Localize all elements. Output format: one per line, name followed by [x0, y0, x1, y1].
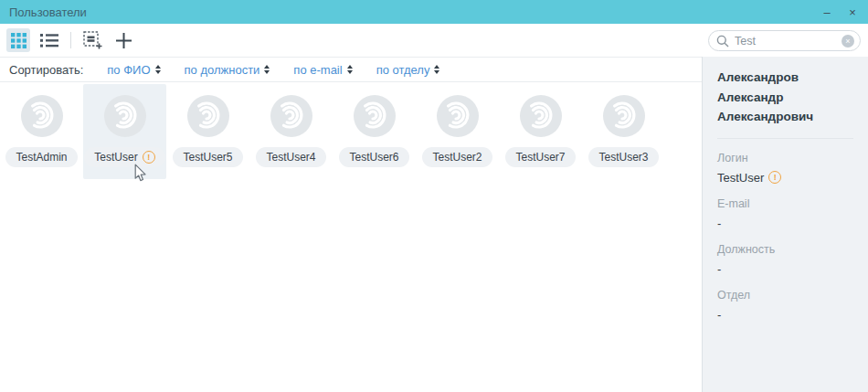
user-name: TestUser7 [515, 151, 565, 164]
user-tile[interactable]: TestUser4 [249, 84, 333, 179]
detail-field: Отдел - [717, 289, 853, 322]
sort-option-label: по должности [185, 63, 260, 77]
user-name: TestAdmin [16, 151, 67, 164]
user-name-pill: TestUser ! [84, 147, 164, 167]
sort-option-label: по ФИО [107, 63, 150, 77]
sort-arrows-icon [155, 65, 161, 74]
list-view-icon [40, 33, 58, 48]
grid-view-button[interactable] [6, 28, 30, 52]
detail-field: E-mail - [717, 197, 853, 230]
add-group-button[interactable] [80, 28, 104, 52]
sort-option[interactable]: по должности [185, 63, 270, 77]
toolbar: × [0, 24, 868, 57]
user-tile[interactable]: TestUser ! [83, 84, 166, 179]
user-name-pill: TestUser4 [256, 147, 325, 167]
detail-field-label: E-mail [717, 197, 853, 210]
sort-arrows-icon [264, 65, 270, 74]
user-grid: TestAdmin Te [0, 82, 702, 179]
user-avatar-icon [354, 95, 396, 137]
user-tile[interactable]: TestUser3 [582, 84, 665, 179]
user-avatar-icon [437, 95, 479, 137]
detail-field-label: Логин [717, 152, 853, 164]
user-name: TestUser2 [432, 151, 482, 164]
user-tile[interactable]: TestAdmin [0, 84, 83, 179]
user-name-pill: TestUser7 [505, 147, 575, 167]
user-tile[interactable]: TestUser5 [166, 84, 249, 179]
user-name-pill: TestAdmin [5, 147, 77, 167]
add-user-button[interactable] [111, 28, 135, 52]
sort-label: Сортировать: [9, 63, 83, 77]
sort-option[interactable]: по отделу [376, 63, 440, 77]
magnifier-icon [716, 35, 729, 48]
search-input[interactable] [735, 35, 842, 48]
user-name: TestUser [94, 151, 137, 164]
sort-option-label: по e-mail [293, 63, 342, 77]
user-name: TestUser4 [266, 151, 315, 164]
user-name: TestUser5 [183, 151, 232, 164]
user-avatar-icon [21, 95, 63, 137]
user-avatar-icon [187, 95, 229, 137]
user-avatar-icon [603, 95, 645, 137]
detail-field-label: Должность [717, 243, 853, 256]
selected-user-full-name: Александров Александр Александрович [717, 68, 853, 127]
user-tile[interactable]: TestUser7 [499, 84, 582, 179]
grid-view-icon [11, 33, 26, 48]
details-sidebar: Александров Александр Александрович Логи… [702, 57, 868, 392]
detail-field-label: Отдел [717, 289, 853, 302]
window-title: Пользователи [9, 5, 87, 19]
sort-bar: Сортировать: по ФИО по должности по e-ma… [0, 57, 702, 82]
list-view-button[interactable] [37, 28, 61, 52]
window-controls: – × [820, 6, 859, 18]
search-box: × [708, 30, 861, 51]
minimize-icon[interactable]: – [820, 6, 833, 18]
user-name: TestUser6 [349, 151, 398, 164]
warning-icon: ! [768, 171, 781, 184]
close-icon[interactable]: × [846, 6, 859, 18]
detail-field: Логин TestUser ! [717, 152, 853, 185]
detail-field-value: - [717, 308, 853, 322]
add-group-icon [83, 31, 102, 49]
warning-icon: ! [143, 151, 155, 164]
detail-field-value: - [717, 217, 853, 230]
detail-field: Должность - [717, 243, 853, 276]
user-tile[interactable]: TestUser2 [416, 84, 499, 179]
clear-search-icon[interactable]: × [842, 35, 854, 48]
user-name-pill: TestUser6 [339, 147, 408, 167]
user-name-pill: TestUser2 [422, 147, 492, 167]
plus-icon [115, 32, 132, 49]
user-name-pill: TestUser3 [588, 147, 658, 167]
user-avatar-icon [520, 95, 562, 137]
titlebar: Пользователи – × [0, 0, 868, 24]
toolbar-divider [70, 32, 71, 48]
user-name-pill: TestUser5 [173, 147, 242, 167]
main-panel: Сортировать: по ФИО по должности по e-ma… [0, 57, 702, 392]
sort-arrows-icon [347, 65, 353, 74]
sort-option[interactable]: по e-mail [293, 63, 352, 77]
sidebar-divider [717, 138, 853, 139]
content-area: Сортировать: по ФИО по должности по e-ma… [0, 57, 868, 392]
user-avatar-icon [270, 95, 312, 137]
sort-option[interactable]: по ФИО [107, 63, 160, 77]
sort-arrows-icon [434, 65, 439, 74]
detail-field-value: - [717, 262, 853, 276]
user-tile[interactable]: TestUser6 [333, 84, 416, 179]
app-window: Пользователи – × [0, 0, 868, 392]
sort-option-label: по отделу [376, 63, 430, 77]
user-avatar-icon [104, 95, 146, 137]
user-name: TestUser3 [598, 151, 648, 164]
detail-field-value: TestUser ! [717, 171, 853, 185]
